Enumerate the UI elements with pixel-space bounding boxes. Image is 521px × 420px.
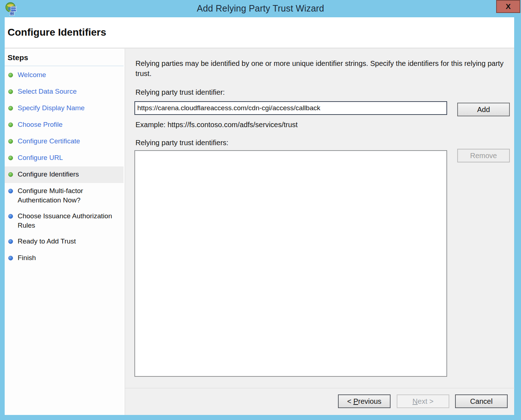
- step-choose-issuance-rules[interactable]: Choose Issuance Authorization Rules: [5, 208, 124, 233]
- example-text: Example: https://fs.contoso.com/adfs/ser…: [135, 121, 298, 129]
- step-done-bullet-icon: [8, 156, 13, 160]
- step-done-bullet-icon: [8, 106, 13, 111]
- step-pending-bullet-icon: [8, 214, 13, 219]
- step-select-data-source[interactable]: Select Data Source: [5, 84, 124, 100]
- step-done-bullet-icon: [8, 172, 13, 177]
- identifiers-listbox[interactable]: [134, 150, 447, 377]
- window-title: Add Relying Party Trust Wizard: [0, 3, 521, 14]
- step-configure-mfa[interactable]: Configure Multi-factor Authentication No…: [5, 183, 124, 208]
- step-done-bullet-icon: [8, 73, 13, 77]
- remove-button[interactable]: Remove: [457, 149, 510, 162]
- step-choose-profile[interactable]: Choose Profile: [5, 117, 124, 133]
- steps-separator: [5, 66, 124, 66]
- main-panel: Relying parties may be identified by one…: [125, 49, 514, 415]
- step-done-bullet-icon: [8, 89, 13, 94]
- previous-button[interactable]: < Previous: [338, 394, 391, 408]
- step-configure-url[interactable]: Configure URL: [5, 150, 124, 166]
- identifiers-list-label: Relying party trust identifiers:: [135, 139, 228, 147]
- step-pending-bullet-icon: [8, 239, 13, 244]
- dialog-surface: Configure Identifiers Steps Welcome Sele…: [5, 17, 514, 415]
- steps-list: Welcome Select Data Source Specify Displ…: [5, 67, 124, 267]
- page-title: Configure Identifiers: [8, 27, 106, 38]
- step-configure-certificate[interactable]: Configure Certificate: [5, 133, 124, 150]
- step-pending-bullet-icon: [8, 189, 13, 193]
- titlebar: Add Relying Party Trust Wizard X: [0, 0, 521, 17]
- steps-sidebar: Steps Welcome Select Data Source Specify…: [5, 49, 124, 415]
- step-done-bullet-icon: [8, 122, 13, 127]
- step-ready-to-add-trust[interactable]: Ready to Add Trust: [5, 233, 124, 250]
- step-specify-display-name[interactable]: Specify Display Name: [5, 100, 124, 117]
- wizard-window: Add Relying Party Trust Wizard X Configu…: [0, 0, 521, 420]
- steps-header: Steps: [8, 53, 28, 62]
- step-finish[interactable]: Finish: [5, 250, 124, 267]
- footer-separator: [125, 388, 515, 388]
- step-configure-identifiers-current[interactable]: Configure Identifiers: [5, 166, 124, 183]
- step-pending-bullet-icon: [8, 256, 13, 260]
- step-done-bullet-icon: [8, 139, 13, 144]
- next-button[interactable]: Next >: [397, 394, 449, 408]
- intro-text: Relying parties may be identified by one…: [135, 58, 504, 79]
- close-button[interactable]: X: [496, 0, 520, 13]
- cancel-button[interactable]: Cancel: [455, 394, 508, 408]
- add-button[interactable]: Add: [457, 103, 510, 116]
- page-header: Configure Identifiers: [5, 17, 514, 48]
- identifier-label: Relying party trust identifier:: [135, 88, 225, 97]
- step-welcome[interactable]: Welcome: [5, 67, 124, 84]
- identifier-input[interactable]: [134, 101, 447, 115]
